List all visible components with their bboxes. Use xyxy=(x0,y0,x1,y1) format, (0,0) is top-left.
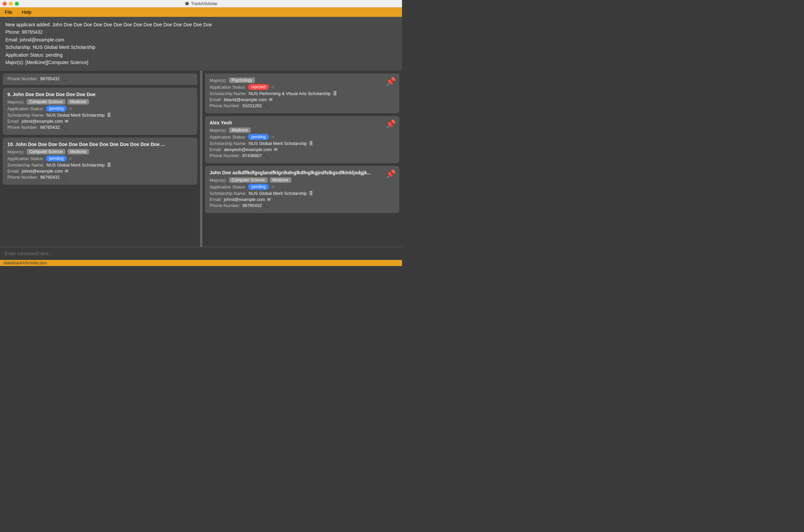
phone-label-9: Phone Number: xyxy=(7,125,38,130)
phone-value-johndoe: 98765432 xyxy=(242,203,262,208)
status-label-alexyeoh: Application Status: xyxy=(210,134,246,139)
major-tag-partial-r: Psychology xyxy=(229,78,255,83)
notification-line-6: Major(s): [Medicine][Computer Science] xyxy=(5,59,397,66)
status-badge-9: pending xyxy=(46,106,67,112)
command-bar xyxy=(0,247,402,260)
phone-icon-9: 📞 xyxy=(62,125,67,130)
left-card-10: 10. John Doe Doe Doe Doe Doe Doe Doe Doe… xyxy=(3,137,197,185)
status-bar: /data/trackAScholar.json xyxy=(0,260,402,266)
email-icon-partial-r: ✉ xyxy=(269,97,273,102)
phone-icon-alexyeoh: 📞 xyxy=(264,153,269,158)
right-partial-card: 📌 Major(s): Psychology Application Statu… xyxy=(205,74,400,113)
email-label-9: Email: xyxy=(7,119,20,124)
scholarship-value-partial-r: NUS Performing & Visual Arts Scholarship xyxy=(248,91,331,96)
share-icon-partial-r[interactable]: ⇄ xyxy=(271,84,275,89)
notification-line-1: New applicant added: John Doe Doe Doe Do… xyxy=(5,21,397,28)
app-title: 🎓 TrackAScholar xyxy=(185,1,217,6)
major-tag-cs-10: Computer Science xyxy=(27,149,66,154)
phone-value-9: 98765432 xyxy=(40,125,60,130)
share-icon-9[interactable]: ⇄ xyxy=(69,106,72,111)
majors-label-alexyeoh: Major(s): xyxy=(210,128,227,133)
phone-value-partial-r: 91031282 xyxy=(242,103,262,108)
main-content: Phone Number: 98765432 📞 9. John Doe Doe… xyxy=(0,71,402,247)
left-panel: Phone Number: 98765432 📞 9. John Doe Doe… xyxy=(0,71,200,247)
menu-file[interactable]: File xyxy=(3,9,15,16)
share-icon-10[interactable]: ⇄ xyxy=(69,156,72,161)
scholarship-icon-johndoe: 🗄 xyxy=(309,191,313,196)
minimize-button[interactable] xyxy=(9,2,13,6)
maximize-button[interactable] xyxy=(15,2,19,6)
title-bar: 🎓 TrackAScholar xyxy=(0,0,402,7)
major-tag-cs-9: Computer Science xyxy=(27,99,66,104)
notification-line-3: Email: johnd@example.com xyxy=(5,36,397,43)
email-value-alexyeoh: alexyeoh@example.com xyxy=(224,147,272,152)
scholarship-label-partial-r: Scholarship Name: xyxy=(210,91,247,96)
majors-label-9: Major(s): xyxy=(7,99,25,104)
email-value-10: johnd@example.com xyxy=(22,169,63,174)
status-label-partial-r: Application Status: xyxy=(210,84,246,90)
status-badge-johndoe: pending xyxy=(248,184,269,190)
email-value-partial-r: lidavid@example.com xyxy=(224,97,267,102)
phone-label-partial: Phone Number: xyxy=(7,76,38,81)
share-icon-alexyeoh[interactable]: ⇄ xyxy=(271,134,275,139)
pin-icon-johndoe: 📌 xyxy=(386,169,396,179)
window-controls[interactable] xyxy=(3,2,19,6)
share-icon-johndoe[interactable]: ⇄ xyxy=(271,185,275,189)
scholarship-icon-9: 🗄 xyxy=(107,113,111,118)
phone-value-alexyeoh: 87438807 xyxy=(242,153,262,158)
status-badge-partial-r: rejected xyxy=(248,84,269,90)
phone-label-10: Phone Number: xyxy=(7,175,38,180)
scholarship-icon-10: 🗄 xyxy=(107,163,111,168)
phone-label-alexyeoh: Phone Number: xyxy=(210,153,241,158)
majors-label-partial-r: Major(s): xyxy=(210,78,227,83)
phone-label-partial-r: Phone Number: xyxy=(210,103,241,108)
phone-icon-partial-r: 📞 xyxy=(264,103,269,108)
major-tag-alexyeoh: Medicine xyxy=(229,128,250,133)
left-card-9: 9. John Doe Doe Doe Doe Doe Doe Doe Majo… xyxy=(3,88,197,135)
notification-area: New applicant added: John Doe Doe Doe Do… xyxy=(0,17,402,71)
notification-line-2: Phone: 98765432 xyxy=(5,28,397,36)
pin-icon-alexyeoh: 📌 xyxy=(386,119,396,129)
scholarship-label-9: Scholarship Name: xyxy=(7,113,44,118)
card9-title: 9. John Doe Doe Doe Doe Doe Doe Doe xyxy=(7,92,192,97)
scholarship-icon-alexyeoh: 🗄 xyxy=(309,141,313,146)
card10-title: 10. John Doe Doe Doe Doe Doe Doe Doe Doe… xyxy=(7,141,192,147)
alexyeoh-title: Alex Yeoh xyxy=(210,120,395,126)
scholarship-value-alexyeoh: NUS Global Merit Scholarship xyxy=(248,141,307,146)
major-tag-med-10: Medicine xyxy=(68,149,89,154)
right-card-johndoe: 📌 John Doe aslkdflkdfgsglandfklgnlkdnglk… xyxy=(205,166,400,213)
phone-label-johndoe: Phone Number: xyxy=(210,203,241,208)
phone-value-partial: 98765432 xyxy=(40,76,60,81)
majors-label-10: Major(s): xyxy=(7,149,25,154)
email-value-9: johnd@example.com xyxy=(22,119,63,124)
major-tag-cs-johndoe: Computer Science xyxy=(229,177,268,183)
email-label-johndoe: Email: xyxy=(210,197,222,202)
scholarship-value-johndoe: NUS Global Merit Scholarship xyxy=(248,191,307,196)
status-path: /data/trackAScholar.json xyxy=(3,261,47,265)
command-input[interactable] xyxy=(5,251,397,256)
email-label-alexyeoh: Email: xyxy=(210,147,222,152)
status-badge-alexyeoh: pending xyxy=(248,134,269,140)
close-button[interactable] xyxy=(3,2,7,6)
phone-icon-johndoe: 📞 xyxy=(264,203,269,208)
right-card-alexyeoh: 📌 Alex Yeoh Major(s): Medicine Applicati… xyxy=(205,116,400,163)
menu-bar: File Help xyxy=(0,7,402,17)
right-panel: 📌 Major(s): Psychology Application Statu… xyxy=(202,71,402,247)
status-label-10: Application Status: xyxy=(7,156,44,161)
menu-help[interactable]: Help xyxy=(20,9,34,16)
email-value-johndoe: johnd@example.com xyxy=(224,197,265,202)
major-tag-med-9: Medicine xyxy=(68,99,89,104)
scholarship-label-alexyeoh: Scholarship Name: xyxy=(210,141,247,146)
scholarship-label-johndoe: Scholarship Name: xyxy=(210,191,247,196)
majors-label-johndoe: Major(s): xyxy=(210,178,227,183)
status-badge-10: pending xyxy=(46,155,67,162)
scholarship-icon-partial-r: 🗄 xyxy=(333,91,337,96)
scholarship-value-10: NUS Global Merit Scholarship xyxy=(46,163,105,168)
johndoe-title: John Doe aslkdflkdfgsglandfklgnlkdnglkdf… xyxy=(210,170,395,175)
pin-icon-partial: 📌 xyxy=(386,77,396,86)
left-partial-card: Phone Number: 98765432 📞 xyxy=(3,74,197,85)
status-label-9: Application Status: xyxy=(7,106,44,111)
email-icon-alexyeoh: ✉ xyxy=(274,147,278,152)
major-tag-med-johndoe: Medicine xyxy=(270,177,292,183)
notification-line-5: Application Status: pending xyxy=(5,51,397,59)
